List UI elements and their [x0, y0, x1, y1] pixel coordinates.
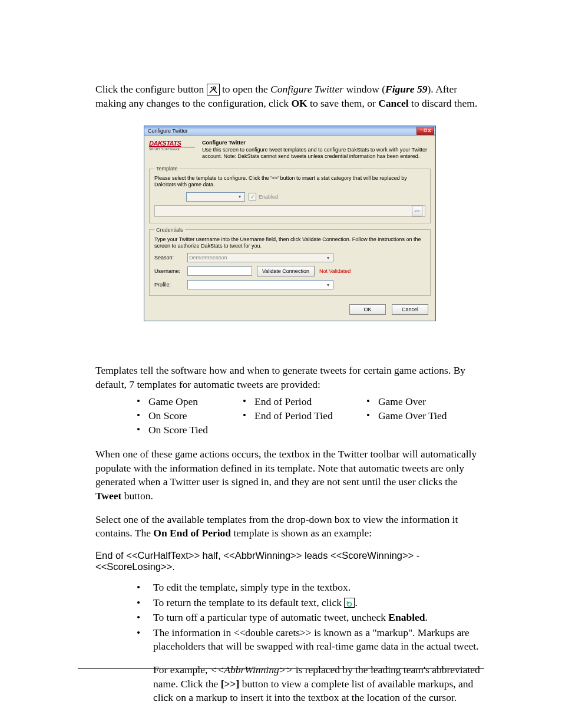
- season-label: Season:: [154, 255, 183, 261]
- intro-paragraph: Click the configure button to open the C…: [95, 83, 484, 110]
- profile-select[interactable]: ▾: [187, 280, 333, 289]
- reset-icon: [344, 598, 355, 608]
- text: Click the configure button: [95, 83, 207, 95]
- template-desc: Please select the template to configure.…: [154, 175, 425, 189]
- cancel-button[interactable]: Cancel: [392, 304, 428, 315]
- list-item: To return the template to its default te…: [137, 596, 484, 610]
- template-list: •Game Open •On Score •On Score Tied •End…: [137, 395, 484, 437]
- window-title: Configure Twitter: [148, 128, 416, 134]
- configure-tools-icon: [207, 84, 220, 95]
- figure-ref: Figure 59: [385, 83, 427, 95]
- template-textbox[interactable]: >>: [154, 205, 425, 217]
- close-icon[interactable]: [416, 127, 434, 135]
- list-item: •Game Open: [137, 395, 243, 409]
- group-legend: Template: [154, 166, 180, 172]
- season-value: Demo99Season: [189, 255, 227, 261]
- footer-rule: [78, 668, 484, 669]
- insert-markup-button[interactable]: >>: [412, 206, 422, 216]
- titlebar: Configure Twitter: [144, 126, 435, 136]
- header-desc: Use this screen to configure tweet templ…: [202, 147, 431, 160]
- final-paragraph: For example, <<AbbrWinning>> is replaced…: [153, 663, 484, 705]
- ok-button[interactable]: OK: [349, 304, 386, 315]
- svg-rect-1: [420, 130, 422, 130]
- list-item: To turn off a particular type of automat…: [137, 611, 484, 625]
- list-item: •End of Period: [243, 395, 366, 409]
- template-select[interactable]: ▾: [186, 192, 245, 202]
- chevron-down-icon: ▾: [236, 194, 243, 199]
- checkbox-label: Enabled: [259, 194, 278, 200]
- list-item: The information in <<double carets>> is …: [137, 626, 484, 654]
- group-legend: Credentials: [154, 227, 185, 233]
- header-title: Configure Twitter: [202, 140, 431, 146]
- credentials-desc: Type your Twitter username into the User…: [154, 236, 425, 250]
- instruction-list: To edit the template, simply type in the…: [95, 581, 484, 654]
- svg-rect-2: [424, 129, 427, 131]
- template-example: End of <<CurHalfText>> half, <<AbbrWinni…: [95, 550, 484, 572]
- list-item: To edit the template, simply type in the…: [137, 581, 484, 595]
- text-bold: Cancel: [378, 97, 409, 109]
- templates-intro: Templates tell the software how and when…: [95, 364, 484, 391]
- username-label: Username:: [154, 268, 183, 274]
- validate-connection-button[interactable]: Validate Connection: [257, 266, 315, 276]
- list-item: •On Score: [137, 409, 243, 423]
- season-select[interactable]: Demo99Season ▾: [187, 253, 333, 262]
- text: to discard them.: [409, 97, 478, 109]
- validation-status: Not Validated: [319, 268, 351, 274]
- list-item: •Game Over Tied: [366, 409, 447, 423]
- list-item: •End of Period Tied: [243, 409, 366, 423]
- paragraph: When one of these game actions occurs, t…: [95, 447, 484, 503]
- logo-subtext: SPORT SOFTWARE: [149, 147, 195, 151]
- chevron-down-icon: ▾: [325, 255, 332, 261]
- profile-label: Profile:: [154, 282, 183, 288]
- chevron-down-icon: ▾: [325, 282, 332, 288]
- list-item: •On Score Tied: [137, 423, 243, 437]
- paragraph: Select one of the available templates fr…: [95, 513, 484, 541]
- text: to save them, or: [308, 97, 379, 109]
- list-item: •Game Over: [366, 395, 447, 409]
- text-emphasis: Configure Twitter: [270, 83, 343, 95]
- credentials-group: Credentials Type your Twitter username i…: [149, 227, 431, 297]
- enabled-checkbox[interactable]: ✓ Enabled: [249, 193, 278, 200]
- text: window (: [343, 83, 385, 95]
- text: to open the: [220, 83, 271, 95]
- text-bold: OK: [291, 97, 307, 109]
- configure-twitter-window: Configure Twitter DAKSTATS SPORT SOFTWAR…: [144, 126, 436, 321]
- window-header: DAKSTATS SPORT SOFTWARE Configure Twitte…: [144, 136, 435, 162]
- username-field[interactable]: [187, 266, 252, 276]
- dakstats-logo: DAKSTATS SPORT SOFTWARE: [149, 140, 195, 160]
- template-group: Template Please select the template to c…: [149, 166, 431, 223]
- logo-text: DAKSTATS: [149, 140, 195, 147]
